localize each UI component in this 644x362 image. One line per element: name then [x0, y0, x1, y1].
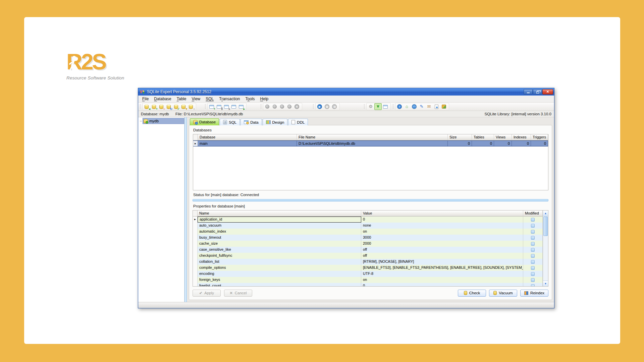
commit-transaction-icon[interactable]: ◉ [323, 103, 331, 110]
tab-sql[interactable]: SSQL [220, 119, 240, 125]
column-header-file-name[interactable]: File Name [297, 134, 448, 140]
record-prior-icon[interactable] [271, 103, 278, 110]
properties-grid[interactable]: NameValueModified▸application_id0auto_va… [193, 210, 548, 287]
column-header-tables[interactable]: Tables [472, 134, 494, 140]
title-bar[interactable]: V SQLite Expert Personal 3.5.92.2512 ✕ [138, 88, 554, 96]
tab-database[interactable]: Database [190, 118, 219, 125]
design-tab-icon [266, 120, 271, 124]
reindex-button[interactable]: Reindex [520, 290, 548, 297]
property-row-application_id[interactable]: ▸application_id0 [193, 217, 543, 223]
scroll-down-icon[interactable]: ▼ [543, 281, 548, 286]
toolbar-group-6: ?⌂◠✎✉ [395, 103, 449, 110]
options-gear-icon[interactable]: ⚙ [367, 103, 374, 110]
filter-icon[interactable]: ▼ [374, 103, 382, 110]
script-table-icon[interactable]: s [223, 103, 230, 110]
property-name: busy_timeout [198, 235, 361, 241]
menu-file[interactable]: File [140, 96, 151, 102]
close-button[interactable]: ✕ [542, 89, 553, 95]
import-table-icon[interactable]: ▸ [237, 103, 245, 110]
check-button[interactable]: Check [458, 290, 486, 297]
record-cancel-icon[interactable]: ✕ [293, 103, 301, 110]
horizontal-splitter[interactable] [193, 199, 548, 201]
vertical-scrollbar[interactable]: ▲▼ [543, 210, 548, 286]
property-row-foreign_keys[interactable]: foreign_keyson [193, 277, 543, 283]
modified-checkbox [531, 236, 535, 240]
app-window: V SQLite Expert Personal 3.5.92.2512 ✕ F… [138, 88, 554, 308]
column-header-database[interactable]: Database [198, 134, 297, 140]
menu-view[interactable]: View [189, 96, 203, 102]
feedback-pen-icon[interactable]: ✎ [418, 103, 425, 110]
property-row-case_sensitive_like[interactable]: case_sensitive_likeoff [193, 247, 543, 253]
sqlite-expert-logo-icon[interactable] [440, 103, 447, 110]
property-row-checkpoint_fullfsync[interactable]: checkpoint_fullfsyncoff [193, 253, 543, 259]
toolbar-grip[interactable] [140, 104, 141, 109]
toolbar-grip[interactable] [260, 104, 262, 109]
close-database-icon[interactable]: − [158, 103, 165, 110]
property-row-automatic_index[interactable]: automatic_indexon [193, 229, 543, 235]
property-row-cache_size[interactable]: cache_size2000 [193, 241, 543, 247]
property-row-encoding[interactable]: encodingUTF-8 [193, 271, 543, 277]
property-row-freelist_count[interactable]: freelist_count0 [193, 283, 543, 287]
property-value: 0 [361, 217, 523, 223]
menu-help[interactable]: Help [258, 96, 271, 102]
record-post-icon[interactable] [286, 103, 293, 110]
tree-selection[interactable]: mydb [143, 118, 184, 124]
column-header-views[interactable]: Views [494, 134, 512, 140]
minimize-button[interactable] [524, 89, 533, 95]
menu-transaction[interactable]: Transaction [216, 96, 243, 102]
menu-sql[interactable]: SQL [203, 96, 216, 102]
help-icon[interactable]: ? [396, 103, 403, 110]
column-header-size[interactable]: Size [448, 134, 472, 140]
email-icon[interactable]: ✉ [425, 103, 433, 110]
database-row-main[interactable]: ▸mainD:\Lecture\ISP\SQLite\db\mydb.db000… [193, 140, 548, 146]
design-table-icon[interactable]: Ⅱ [215, 103, 223, 110]
column-header-name[interactable]: Name [198, 210, 361, 217]
record-first-icon[interactable] [264, 103, 271, 110]
cancel-button[interactable]: ✕ Cancel [224, 290, 252, 297]
databases-grid[interactable]: DatabaseFile NameSizeTablesViewsIndexesT… [193, 134, 548, 190]
new-database-icon[interactable]: + [150, 103, 158, 110]
toolbar-grip[interactable] [313, 104, 314, 109]
scrollbar-thumb[interactable] [543, 217, 548, 236]
action-button-row: ✔ Apply ✕ Cancel Check [193, 289, 548, 297]
begin-transaction-icon[interactable]: ▶ [316, 103, 323, 110]
info-bar: Database: mydb File: D:\Lecture\ISP\SQLi… [138, 111, 554, 117]
property-row-collation_list[interactable]: collation_list[RTRIM], [NOCASE], [BINARY… [193, 259, 543, 265]
column-header-value[interactable]: Value [361, 210, 523, 217]
backup-database-icon[interactable]: ▪ [187, 103, 195, 110]
detach-database-icon[interactable]: ▾ [180, 103, 187, 110]
home-icon[interactable]: ⌂ [403, 103, 411, 110]
menu-table[interactable]: Table [174, 96, 189, 102]
column-header-triggers[interactable]: Triggers [531, 134, 548, 140]
open-database-icon[interactable]: ◂ [143, 103, 150, 110]
attach-database-icon[interactable]: ✓ [172, 103, 180, 110]
toolbar-grip[interactable] [205, 104, 206, 109]
reopen-database-icon[interactable]: ↻ [165, 103, 172, 110]
apply-button[interactable]: ✔ Apply [193, 290, 221, 297]
tree-item-mydb[interactable]: − mydb [138, 118, 184, 124]
website-globe-icon[interactable]: ◠ [411, 103, 418, 110]
column-header-modified[interactable]: Modified [523, 210, 543, 217]
toolbar-grip[interactable] [392, 104, 394, 109]
scroll-up-icon[interactable]: ▲ [543, 210, 548, 216]
tab-design[interactable]: Design [263, 119, 288, 125]
record-next-icon[interactable] [278, 103, 286, 110]
report-document-icon[interactable] [433, 103, 440, 110]
restore-button[interactable] [533, 89, 542, 95]
rename-table-icon[interactable] [230, 103, 237, 110]
vertical-splitter[interactable] [184, 117, 187, 302]
property-row-busy_timeout[interactable]: busy_timeout3000 [193, 235, 543, 241]
property-row-compile_options[interactable]: compile_options[ENABLE_FTS3], [ENABLE_FT… [193, 265, 543, 271]
vacuum-button[interactable]: Vacuum [489, 290, 517, 297]
tree-expander-icon[interactable]: − [139, 119, 143, 123]
tab-data[interactable]: Data [240, 119, 262, 125]
property-row-auto_vacuum[interactable]: auto_vacuumnone [193, 223, 543, 229]
menu-tools[interactable]: Tools [243, 96, 258, 102]
rollback-transaction-icon[interactable]: ◀ [331, 103, 338, 110]
column-header-indexes[interactable]: Indexes [512, 134, 531, 140]
new-table-icon[interactable]: + [208, 103, 215, 110]
tab-ddl[interactable]: DDL [288, 119, 308, 125]
menu-database[interactable]: Database [151, 96, 174, 102]
layout-icon[interactable] [382, 103, 389, 110]
toolbar-grip[interactable] [364, 104, 365, 109]
